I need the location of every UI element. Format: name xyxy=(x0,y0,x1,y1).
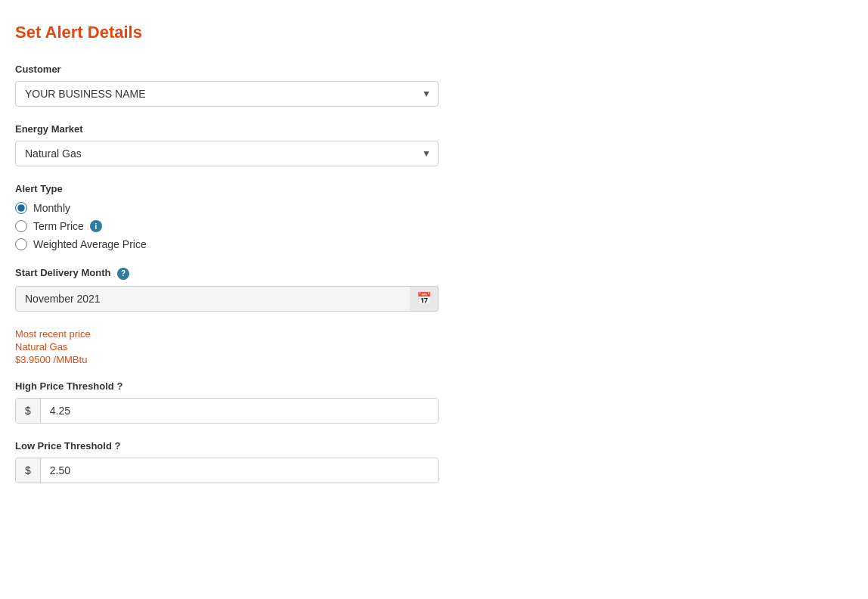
term-price-radio[interactable] xyxy=(15,220,27,232)
monthly-label: Monthly xyxy=(33,202,70,214)
low-price-threshold-group: Low Price Threshold ? $ xyxy=(15,440,853,483)
alert-type-monthly[interactable]: Monthly xyxy=(15,202,853,214)
customer-label: Customer xyxy=(15,64,853,75)
low-price-threshold-input-wrapper: $ xyxy=(15,458,439,483)
energy-market-label: Energy Market xyxy=(15,123,853,135)
term-price-info-icon[interactable]: i xyxy=(90,220,102,232)
high-price-threshold-label: High Price Threshold ? xyxy=(15,380,853,392)
high-price-threshold-help-icon[interactable]: ? xyxy=(116,380,122,392)
low-price-threshold-label: Low Price Threshold ? xyxy=(15,440,853,452)
customer-select[interactable]: YOUR BUSINESS NAME xyxy=(15,81,439,107)
energy-market-select-wrapper: Natural Gas Electricity ▼ xyxy=(15,141,439,166)
alert-type-label: Alert Type xyxy=(15,183,853,194)
term-price-label: Term Price xyxy=(33,220,84,232)
alert-type-group: Alert Type Monthly Term Price i Weighted… xyxy=(15,183,853,250)
monthly-radio[interactable] xyxy=(15,202,27,214)
alert-type-radio-group: Monthly Term Price i Weighted Average Pr… xyxy=(15,202,853,250)
energy-market-select[interactable]: Natural Gas Electricity xyxy=(15,141,439,166)
calendar-icon: 📅 xyxy=(417,291,432,306)
customer-select-wrapper: YOUR BUSINESS NAME ▼ xyxy=(15,81,439,107)
alert-type-weighted-avg[interactable]: Weighted Average Price xyxy=(15,238,853,250)
customer-group: Customer YOUR BUSINESS NAME ▼ xyxy=(15,64,853,107)
low-price-threshold-input[interactable] xyxy=(41,458,438,483)
high-price-threshold-group: High Price Threshold ? $ xyxy=(15,380,853,424)
low-price-threshold-help-icon[interactable]: ? xyxy=(114,440,120,452)
page-title: Set Alert Details xyxy=(15,23,853,42)
weighted-avg-radio[interactable] xyxy=(15,238,27,250)
date-input-wrapper: 📅 xyxy=(15,286,439,312)
most-recent-price-title: Most recent price xyxy=(15,328,853,340)
most-recent-price-block: Most recent price Natural Gas $3.9500 /M… xyxy=(15,328,853,365)
start-delivery-month-input[interactable] xyxy=(15,286,439,312)
high-price-threshold-input[interactable] xyxy=(41,399,438,423)
start-delivery-month-help-icon[interactable]: ? xyxy=(117,268,129,280)
most-recent-price-market: Natural Gas xyxy=(15,341,853,352)
alert-type-term-price[interactable]: Term Price i xyxy=(15,220,853,232)
energy-market-group: Energy Market Natural Gas Electricity ▼ xyxy=(15,123,853,166)
weighted-avg-label: Weighted Average Price xyxy=(33,238,147,250)
calendar-button[interactable]: 📅 xyxy=(410,286,439,312)
start-delivery-month-label: Start Delivery Month ? xyxy=(15,267,853,280)
most-recent-price-value: $3.9500 /MMBtu xyxy=(15,354,853,365)
high-price-prefix: $ xyxy=(16,399,41,423)
start-delivery-month-group: Start Delivery Month ? 📅 xyxy=(15,267,853,312)
high-price-threshold-input-wrapper: $ xyxy=(15,398,439,424)
low-price-prefix: $ xyxy=(16,458,41,483)
